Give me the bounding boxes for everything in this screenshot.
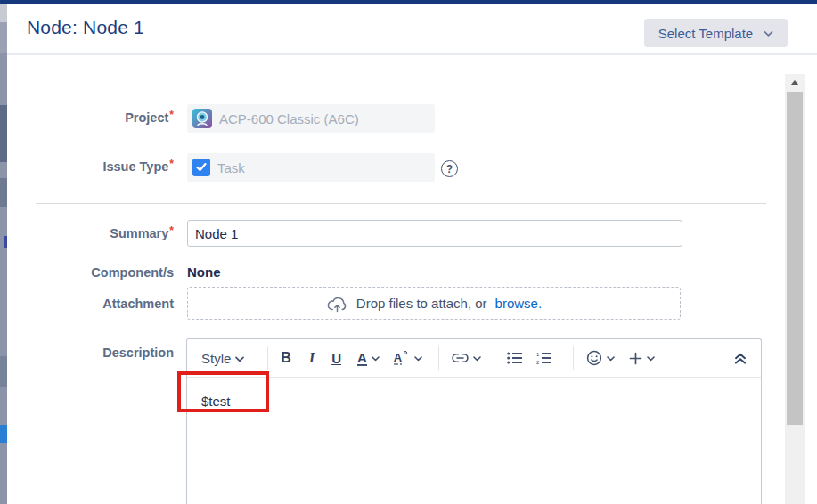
project-avatar-icon [192, 109, 212, 128]
description-label: Description [7, 345, 174, 360]
degree-dot-icon [404, 351, 407, 354]
select-template-label: Select Template [658, 26, 753, 41]
summary-input[interactable] [187, 220, 682, 247]
style-dropdown[interactable]: Style [199, 349, 247, 368]
description-label-text: Description [102, 345, 174, 360]
create-issue-dialog: Node: Node 1 Select Template Project* AC… [7, 4, 817, 504]
task-type-icon [192, 159, 210, 176]
toolbar-separator [573, 346, 574, 370]
link-button[interactable] [449, 351, 484, 365]
summary-label-text: Summary [110, 226, 168, 240]
required-asterisk: * [169, 109, 174, 121]
project-label-text: Project [125, 110, 168, 125]
chevron-down-icon [372, 356, 380, 362]
text-color-button[interactable]: A [355, 349, 382, 368]
annotation-red-box [177, 371, 269, 412]
summary-label: Summary* [7, 226, 174, 240]
format-glyph: A [394, 352, 402, 365]
select-template-button[interactable]: Select Template [644, 19, 788, 47]
project-field[interactable]: ACP-600 Classic (A6C) [187, 104, 435, 133]
numbered-list-icon: 12 [536, 352, 552, 364]
italic-button[interactable]: I [306, 348, 317, 368]
numbered-list-button[interactable]: 12 [534, 350, 555, 366]
bold-button[interactable]: B [278, 348, 294, 368]
components-label-text: Component/s [91, 265, 174, 280]
style-label: Style [201, 351, 231, 366]
chevron-down-icon [473, 356, 481, 362]
svg-text:2: 2 [536, 360, 540, 364]
emoji-button[interactable] [584, 348, 617, 368]
svg-text:1: 1 [536, 352, 540, 357]
collapse-up-icon [734, 353, 747, 364]
section-divider [36, 203, 766, 204]
insert-button[interactable] [626, 350, 658, 367]
bullet-list-icon [507, 352, 523, 364]
components-label: Component/s [7, 265, 174, 280]
underline-button[interactable]: U [329, 349, 344, 368]
emoji-icon [586, 350, 602, 366]
browse-link[interactable]: browse. [495, 296, 543, 311]
screen: Node: Node 1 Select Template Project* AC… [0, 0, 817, 504]
description-editor: Style B I U A A [186, 338, 762, 504]
required-asterisk: * [169, 224, 174, 237]
toolbar-separator [267, 346, 268, 370]
issue-type-field[interactable]: Task [187, 153, 435, 182]
bullet-list-button[interactable] [504, 350, 526, 366]
chevron-down-icon [235, 356, 244, 362]
text-color-glyph: A [357, 351, 367, 366]
toolbar-separator [494, 346, 494, 370]
triangle-up-icon [790, 80, 799, 85]
chevron-down-icon [414, 356, 422, 362]
attachment-dropzone[interactable]: Drop files to attach, or browse. [187, 287, 681, 320]
scrollbar-up-button[interactable] [785, 74, 805, 92]
issue-type-label: Issue Type* [7, 159, 174, 174]
link-icon [452, 353, 469, 363]
text-format-button[interactable]: A [391, 350, 425, 367]
chevron-down-icon [647, 356, 655, 362]
issue-type-label-text: Issue Type [102, 159, 168, 174]
background-page-sliver [0, 4, 7, 504]
description-content[interactable]: $test [187, 378, 761, 504]
dialog-header: Node: Node 1 Select Template [7, 4, 817, 55]
required-asterisk: * [169, 158, 174, 170]
upload-cloud-icon [326, 294, 348, 313]
chevron-down-icon [764, 30, 773, 37]
project-label: Project* [7, 110, 174, 125]
chevron-down-icon [607, 356, 615, 362]
help-glyph: ? [446, 163, 453, 175]
collapse-toolbar-button[interactable] [731, 351, 749, 366]
scrollbar-thumb[interactable] [787, 92, 803, 425]
attachment-label-text: Attachment [102, 297, 174, 311]
attachment-label: Attachment [7, 297, 174, 311]
issue-type-value: Task [217, 160, 245, 175]
toolbar-separator [438, 346, 439, 370]
help-icon[interactable]: ? [441, 160, 458, 177]
editor-toolbar: Style B I U A A [187, 339, 761, 378]
plus-icon [629, 352, 642, 365]
dropzone-text: Drop files to attach, or [356, 296, 487, 311]
dialog-title: Node: Node 1 [27, 17, 144, 38]
components-value: None [187, 264, 221, 280]
project-value: ACP-600 Classic (A6C) [219, 111, 359, 126]
